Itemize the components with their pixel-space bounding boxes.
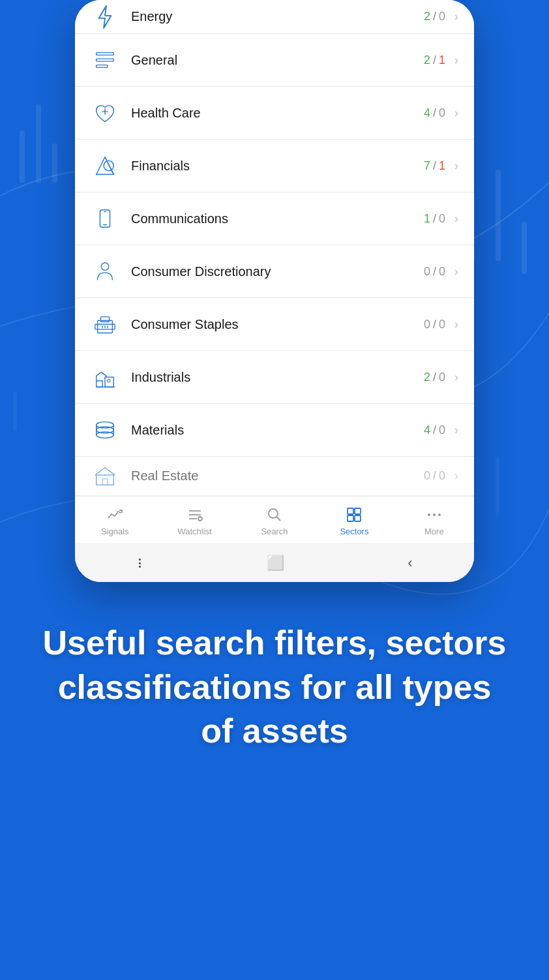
svg-rect-20 [108,380,110,382]
bottom-nav: Signals Watchlist [75,496,474,543]
nav-signals[interactable]: Signals [75,503,155,539]
health-care-label: Health Care [131,106,424,121]
communications-count-red: 0 [439,212,445,226]
watchlist-icon [186,506,204,524]
real-estate-label: Real Estate [131,468,424,483]
communications-label: Communications [131,211,424,226]
materials-count-red: 0 [439,423,445,437]
svg-rect-35 [355,508,361,514]
industrials-count-green: 2 [424,371,430,384]
energy-label: Energy [131,9,424,24]
financials-icon [91,151,119,180]
energy-count-green: 2 [424,10,430,23]
communications-icon [91,204,119,233]
search-label: Search [261,527,288,536]
general-count-red: 1 [439,54,445,67]
home-button[interactable]: ⬜ [267,555,284,572]
consumer-staples-count-red: 0 [439,318,445,331]
sector-item-materials[interactable]: Materials 4 / 0 › [75,404,474,457]
sector-item-communications[interactable]: Communications 1 / 0 › [75,192,474,245]
consumer-discretionary-label: Consumer Discretionary [131,264,424,279]
svg-rect-3 [96,65,108,68]
consumer-discretionary-chevron: › [454,265,458,279]
consumer-staples-label: Consumer Staples [131,317,424,332]
communications-count: 1 / 0 › [424,212,458,226]
sector-item-industrials[interactable]: Industrials 2 / 0 › [75,351,474,404]
health-care-chevron: › [454,106,458,120]
industrials-chevron: › [454,371,458,384]
more-label: More [424,527,444,536]
financials-count-green: 7 [424,159,430,173]
sectors-icon [345,506,363,524]
materials-icon [91,416,119,444]
phone-screen: Energy 2 / 0 › [75,0,474,582]
svg-rect-26 [96,475,114,485]
svg-rect-1 [96,53,114,55]
general-count: 2 / 1 › [424,54,458,67]
industrials-count-red: 0 [439,371,445,384]
svg-rect-34 [348,508,353,514]
svg-rect-2 [96,59,114,61]
consumer-discretionary-count-red: 0 [439,265,445,279]
energy-chevron: › [454,10,458,23]
sector-item-consumer-discretionary[interactable]: Consumer Discretionary 0 / 0 › [75,245,474,298]
signals-icon [106,506,124,524]
sector-item-energy[interactable]: Energy 2 / 0 › [75,0,474,34]
general-icon [91,46,119,74]
energy-count-red: 0 [439,10,445,23]
svg-rect-13 [100,317,109,322]
svg-rect-36 [348,515,353,521]
sectors-label: Sectors [340,527,368,536]
svg-point-40 [438,513,441,516]
materials-count: 4 / 0 › [424,423,458,437]
promo-text: Useful search filters, sectors classific… [39,621,510,754]
svg-point-39 [433,513,436,516]
consumer-discretionary-icon [91,257,119,286]
sector-item-consumer-staples[interactable]: Consumer Staples 0 / 0 › [75,298,474,351]
svg-point-6 [104,161,113,170]
sector-item-health-care[interactable]: Health Care 4 / 0 › [75,87,474,140]
sector-item-real-estate[interactable]: Real Estate 0 / 0 › [75,457,474,496]
health-care-count: 4 / 0 › [424,106,458,120]
svg-line-33 [276,517,280,521]
nav-sectors[interactable]: Sectors [314,503,394,539]
industrials-count: 2 / 0 › [424,371,458,384]
nav-more[interactable]: More [394,503,474,539]
energy-icon [91,3,119,31]
consumer-discretionary-count-green: 0 [424,265,430,279]
general-label: General [131,53,424,68]
materials-chevron: › [454,423,458,437]
svg-point-38 [428,513,430,516]
more-icon [425,506,443,524]
consumer-staples-icon [91,310,119,339]
real-estate-count-red: 0 [439,469,445,483]
signals-label: Signals [101,527,129,536]
sector-list: Energy 2 / 0 › [75,0,474,496]
real-estate-count-green: 0 [424,469,430,483]
general-count-green: 2 [424,54,430,67]
watchlist-label: Watchlist [177,527,211,536]
menu-button[interactable]: ⫶ [136,555,143,572]
nav-search[interactable]: Search [235,503,314,539]
health-care-icon [91,99,119,127]
consumer-staples-chevron: › [454,318,458,331]
sector-item-financials[interactable]: Financials 7 / 1 › [75,140,474,192]
health-care-count-red: 0 [439,106,445,120]
consumer-staples-count: 0 / 0 › [424,318,458,331]
search-icon [265,506,284,524]
industrials-icon [91,363,119,391]
real-estate-icon [91,462,119,491]
financials-chevron: › [454,159,458,173]
nav-watchlist[interactable]: Watchlist [155,503,234,539]
energy-count: 2 / 0 › [424,10,458,23]
materials-label: Materials [131,423,424,438]
svg-point-32 [269,509,278,518]
sector-item-general[interactable]: General 2 / 1 › [75,34,474,87]
svg-rect-27 [102,478,108,485]
financials-count: 7 / 1 › [424,159,458,173]
industrials-label: Industrials [131,370,424,385]
back-button[interactable]: ‹ [408,555,412,572]
system-nav-bar: ⫶ ⬜ ‹ [75,543,474,582]
financials-label: Financials [131,159,424,174]
page-wrapper: Energy 2 / 0 › [0,0,549,780]
